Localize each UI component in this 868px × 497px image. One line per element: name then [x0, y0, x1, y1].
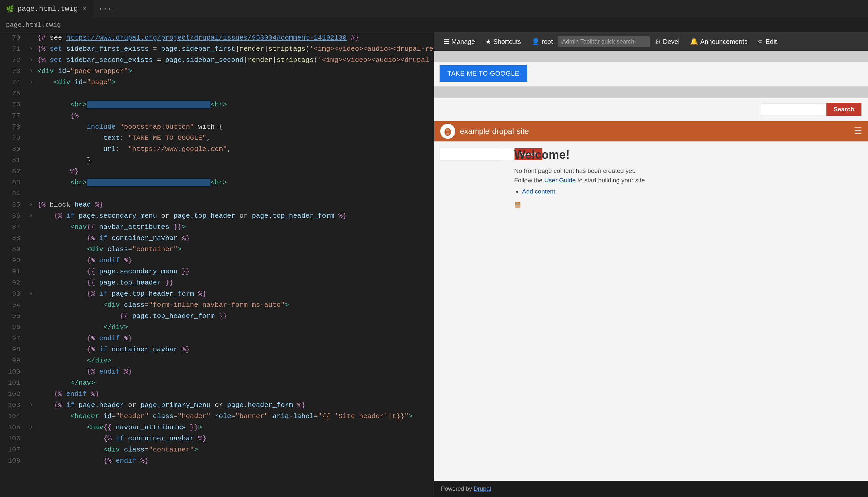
- line-number: 83: [0, 177, 26, 188]
- line-number: 99: [0, 355, 26, 366]
- welcome-list: Add content: [522, 187, 860, 196]
- code-text: <div id="page">: [36, 77, 434, 88]
- top-gray-bar: [434, 51, 868, 62]
- table-row: 90 {% endif %}: [0, 255, 434, 266]
- fold-icon[interactable]: ›: [26, 77, 36, 88]
- fold-icon[interactable]: ›: [26, 199, 36, 211]
- code-text: {% block head %}: [36, 199, 434, 211]
- top-search-button[interactable]: Search: [826, 103, 862, 116]
- toolbar-search-input[interactable]: [558, 36, 650, 47]
- code-text: {% if page.top_header_form %}: [36, 288, 434, 300]
- table-row: 99 </div>: [0, 355, 434, 366]
- take-google-button[interactable]: TAKE ME TO GOOGLE: [439, 65, 527, 82]
- line-number: 89: [0, 244, 26, 255]
- tab-bar: 🌿 page.html.twig × ···: [0, 0, 868, 18]
- fold-icon[interactable]: ›: [26, 211, 36, 222]
- toolbar-manage[interactable]: ☰ Manage: [438, 36, 480, 47]
- drupal-site-preview: TAKE ME TO GOOGLE Search: [434, 51, 868, 497]
- table-row: 100 {% endif %}: [0, 366, 434, 378]
- line-number: 107: [0, 444, 26, 455]
- line-number: 94: [0, 300, 26, 311]
- line-number: 70: [0, 32, 26, 44]
- table-row: 83 <br> <br>: [0, 177, 434, 188]
- line-number: 77: [0, 110, 26, 122]
- toolbar-announcements[interactable]: 🔔 Announcements: [685, 36, 753, 47]
- table-row: 89 <div class="container">: [0, 244, 434, 255]
- code-text: <div class="container">: [36, 244, 434, 255]
- line-number: 102: [0, 389, 26, 400]
- line-number: 95: [0, 311, 26, 322]
- code-text: {% endif %}: [36, 333, 434, 344]
- table-row: 91 {{ page.secondary_menu }}: [0, 266, 434, 277]
- table-row: 73 › <div id="page-wrapper">: [0, 66, 434, 77]
- close-tab-icon[interactable]: ×: [83, 5, 87, 12]
- fold-icon[interactable]: ›: [26, 66, 36, 77]
- line-number: 71: [0, 44, 26, 55]
- fold-icon[interactable]: ›: [26, 422, 36, 433]
- toolbar-devel[interactable]: ⚙ Devel: [650, 36, 685, 47]
- breadcrumb-text: page.html.twig: [6, 21, 61, 29]
- pencil-icon: ✏: [758, 38, 764, 45]
- drupal-admin-toolbar: ☰ Manage ★ Shortcuts 👤 root ⚙ Devel 🔔 An…: [434, 32, 868, 51]
- code-text: {% if page.header or page.primary_menu o…: [36, 400, 434, 411]
- table-row: 75: [0, 88, 434, 99]
- table-row: 95 {{ page.top_header_form }}: [0, 311, 434, 322]
- line-number: 78: [0, 122, 26, 132]
- sidebar-search-input[interactable]: [440, 148, 515, 160]
- code-text: {% set sidebar_first_exists = page.sideb…: [36, 44, 434, 55]
- table-row: 108 {% endif %}: [0, 455, 434, 467]
- user-icon: 👤: [532, 38, 540, 45]
- line-number: 101: [0, 378, 26, 389]
- hamburger-icon[interactable]: ☰: [854, 126, 862, 137]
- table-row: 72 › {% set sidebar_second_exists = page…: [0, 55, 434, 66]
- fold-icon[interactable]: ›: [26, 288, 36, 300]
- line-number: 103: [0, 400, 26, 411]
- toolbar-edit-label: Edit: [766, 38, 777, 45]
- line-number: 108: [0, 455, 26, 467]
- table-row: 78 include "bootstrap:button" with {: [0, 122, 434, 132]
- line-number: 92: [0, 277, 26, 288]
- line-number: 72: [0, 55, 26, 66]
- sidebar-search-wrapper: Search: [439, 148, 501, 160]
- file-tab[interactable]: 🌿 page.html.twig ×: [0, 0, 93, 18]
- code-text: <div class="form-inline navbar-form ms-a…: [36, 300, 434, 311]
- drupal-link[interactable]: Drupal: [474, 485, 491, 492]
- fold-icon[interactable]: ›: [26, 55, 36, 66]
- top-search-input[interactable]: [761, 103, 826, 116]
- code-text: %}: [36, 166, 434, 177]
- welcome-text-p2: Follow the User Guide to start building …: [514, 176, 860, 185]
- table-row: 107 <div class="container">: [0, 444, 434, 455]
- add-content-link[interactable]: Add content: [522, 188, 555, 195]
- toolbar-root[interactable]: 👤 root: [526, 36, 558, 47]
- more-tabs-icon[interactable]: ···: [98, 4, 112, 13]
- code-text: [36, 88, 434, 99]
- user-guide-link[interactable]: User Guide: [544, 177, 576, 184]
- table-row: 98 {% if container_navbar %}: [0, 344, 434, 355]
- line-number: 86: [0, 211, 26, 222]
- code-text: {% endif %}: [36, 255, 434, 266]
- fold-icon[interactable]: ›: [26, 400, 36, 411]
- code-text: {% if container_navbar %}: [36, 433, 434, 444]
- table-row: 86 › {% if page.secondary_menu or page.t…: [0, 211, 434, 222]
- editor-pane: 70 {# see https://www.drupal.org/project…: [0, 32, 434, 497]
- toolbar-edit[interactable]: ✏ Edit: [753, 36, 782, 47]
- fold-icon[interactable]: ›: [26, 44, 36, 55]
- drupal-footer: Powered by Drupal: [434, 481, 868, 497]
- table-row: 97 {% endif %}: [0, 333, 434, 344]
- table-row: 101 </nav>: [0, 378, 434, 389]
- table-row: 103 › {% if page.header or page.primary_…: [0, 400, 434, 411]
- line-number: 106: [0, 433, 26, 444]
- drupal-main-content: Welcome! No front page content has been …: [506, 141, 868, 481]
- bell-icon: 🔔: [690, 38, 698, 45]
- code-text: {% if container_navbar %}: [36, 233, 434, 244]
- line-number: 80: [0, 144, 26, 155]
- code-text: {% if container_navbar %}: [36, 344, 434, 355]
- table-row: 79 text: "TAKE ME TO GOOGLE",: [0, 132, 434, 144]
- code-text: <div class="container">: [36, 444, 434, 455]
- line-number: 76: [0, 99, 26, 110]
- code-text: <nav{{ navbar_attributes }}>: [36, 222, 434, 233]
- powered-by-text: Powered by: [441, 485, 474, 492]
- toolbar-shortcuts[interactable]: ★ Shortcuts: [480, 36, 526, 47]
- second-gray-bar: [434, 86, 868, 98]
- code-text: {% endif %}: [36, 389, 434, 400]
